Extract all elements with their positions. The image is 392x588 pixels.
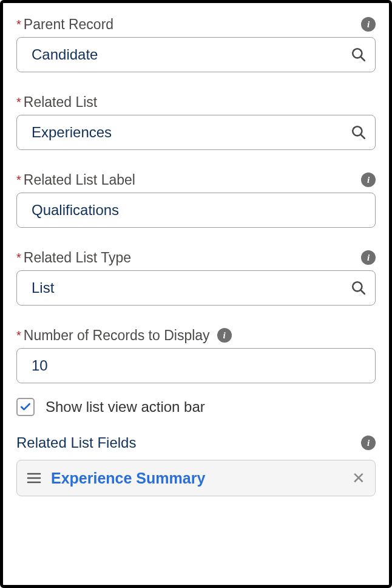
info-icon[interactable]: i	[361, 173, 376, 187]
info-icon[interactable]: i	[361, 250, 376, 265]
info-icon[interactable]: i	[217, 328, 232, 343]
related-list-lookup[interactable]	[16, 115, 376, 150]
field-related-list-label: * Related List Label i	[16, 171, 376, 228]
label-row: * Related List Label i	[16, 171, 376, 189]
required-indicator: *	[16, 174, 21, 186]
field-related-list: * Related List	[16, 93, 376, 150]
field-related-list-type: * Related List Type i	[16, 248, 376, 306]
related-list-type-input[interactable]	[30, 279, 351, 297]
required-indicator: *	[16, 96, 21, 108]
related-list-input[interactable]	[30, 123, 351, 142]
label-row: * Number of Records to Display i	[16, 326, 376, 344]
label-text: Parent Record	[24, 16, 113, 33]
field-label: * Parent Record	[16, 16, 113, 33]
field-num-records: * Number of Records to Display i	[16, 326, 376, 383]
label-row: * Parent Record i	[16, 15, 376, 33]
field-item[interactable]: Experience Summary ✕	[16, 460, 376, 496]
properties-panel: * Parent Record i * Related List	[0, 0, 392, 588]
required-indicator: *	[16, 329, 21, 341]
label-row: * Related List Type i	[16, 248, 376, 267]
related-list-label-input[interactable]	[30, 201, 362, 219]
related-list-type-lookup[interactable]	[16, 270, 376, 306]
field-label: * Number of Records to Display i	[16, 327, 232, 344]
field-item-label: Experience Summary	[51, 470, 342, 487]
related-list-fields-header: Related List Fields i	[16, 434, 376, 451]
info-icon[interactable]: i	[361, 436, 376, 450]
label-row: * Related List	[16, 93, 376, 111]
required-indicator: *	[16, 18, 21, 30]
label-text: Related List Label	[24, 172, 135, 188]
label-text: Number of Records to Display	[24, 327, 210, 344]
info-icon[interactable]: i	[361, 17, 376, 32]
label-text: Related List	[24, 94, 97, 111]
num-records-textbox[interactable]	[16, 348, 376, 383]
show-action-bar-checkbox[interactable]	[16, 398, 35, 416]
search-icon[interactable]	[351, 280, 367, 296]
show-action-bar-row: Show list view action bar	[16, 398, 376, 416]
close-icon[interactable]: ✕	[352, 470, 365, 486]
check-icon	[19, 401, 32, 413]
num-records-input[interactable]	[30, 357, 362, 375]
svg-line-5	[360, 290, 364, 293]
section-title: Related List Fields	[16, 434, 136, 451]
svg-line-1	[360, 56, 364, 60]
field-parent-record: * Parent Record i	[16, 15, 376, 72]
svg-line-3	[360, 134, 364, 138]
show-action-bar-label: Show list view action bar	[46, 398, 205, 415]
field-label: * Related List	[16, 94, 97, 111]
drag-handle-icon[interactable]	[27, 472, 41, 484]
required-indicator: *	[16, 251, 21, 264]
field-label: * Related List Type	[16, 250, 131, 266]
parent-record-lookup[interactable]	[16, 37, 376, 72]
search-icon[interactable]	[351, 125, 367, 140]
field-label: * Related List Label	[16, 172, 135, 188]
search-icon[interactable]	[351, 47, 367, 63]
parent-record-input[interactable]	[30, 46, 351, 64]
related-list-label-textbox[interactable]	[16, 193, 376, 228]
label-text: Related List Type	[24, 250, 131, 266]
